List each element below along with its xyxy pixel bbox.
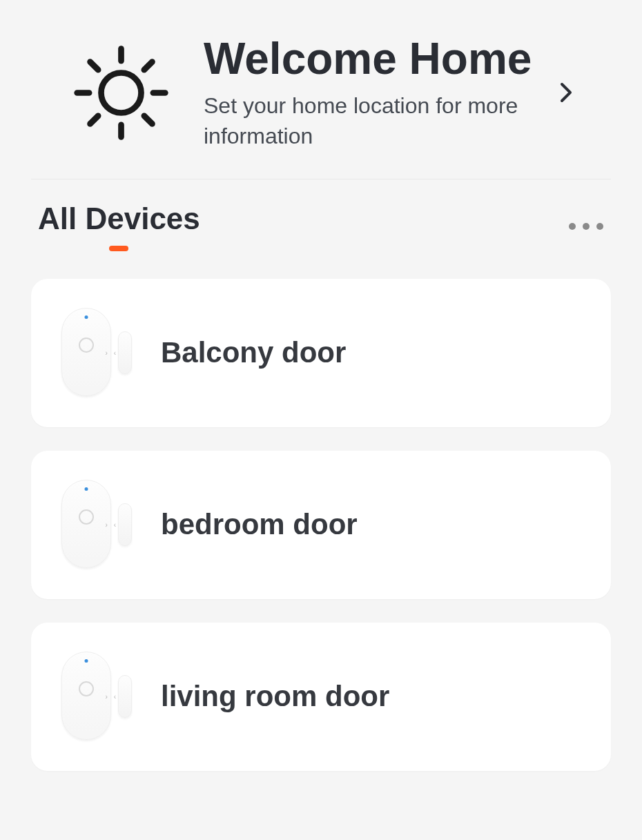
svg-line-8	[144, 61, 152, 70]
welcome-title: Welcome Home	[204, 35, 552, 83]
device-card[interactable]: › ‹ Balcony door	[31, 279, 611, 427]
door-sensor-icon: › ‹	[59, 480, 142, 569]
svg-line-5	[90, 61, 98, 70]
device-name: bedroom door	[161, 508, 358, 541]
svg-line-7	[90, 116, 98, 124]
welcome-header[interactable]: Welcome Home Set your home location for …	[31, 0, 611, 179]
tab-all-devices[interactable]: All Devices	[38, 202, 200, 251]
welcome-text-block: Welcome Home Set your home location for …	[204, 35, 552, 151]
device-name: Balcony door	[161, 336, 346, 369]
more-icon[interactable]	[569, 223, 607, 230]
tabs-row: All Devices	[0, 179, 642, 251]
sun-icon	[69, 41, 173, 144]
device-card[interactable]: › ‹ bedroom door	[31, 451, 611, 599]
device-card[interactable]: › ‹ living room door	[31, 623, 611, 771]
device-name: living room door	[161, 680, 389, 713]
door-sensor-icon: › ‹	[59, 308, 142, 398]
chevron-right-icon[interactable]	[552, 82, 580, 103]
svg-line-6	[144, 116, 152, 124]
svg-point-0	[101, 72, 141, 113]
welcome-subtitle: Set your home location for more informat…	[204, 91, 552, 150]
door-sensor-icon: › ‹	[59, 652, 142, 741]
device-list: › ‹ Balcony door › ‹ bedroom door › ‹ li…	[0, 251, 642, 771]
